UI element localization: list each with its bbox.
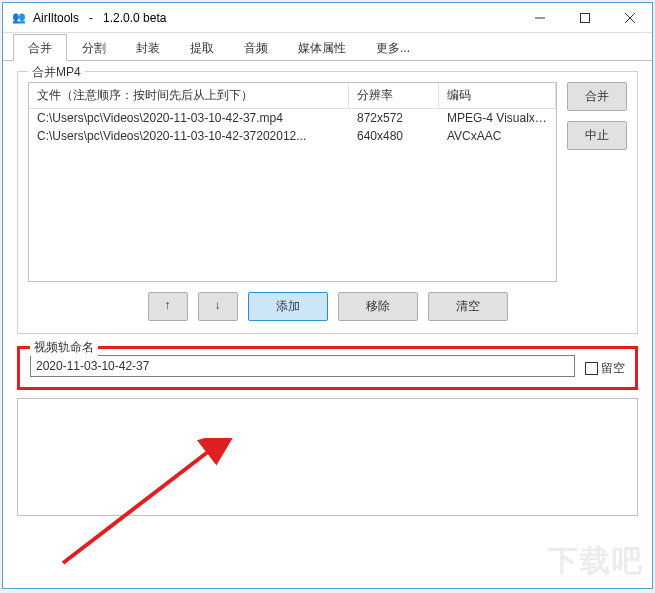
stop-button[interactable]: 中止 <box>567 121 627 150</box>
group-merge-mp4: 合并MP4 文件（注意顺序：按时间先后从上到下） 分辨率 编码 C:\Users… <box>17 71 638 334</box>
app-name: AirIltools <box>33 11 79 25</box>
col-header-resolution[interactable]: 分辨率 <box>349 83 439 108</box>
watermark: 下载吧 <box>548 541 644 582</box>
titlebar: 👥 AirIltools - 1.2.0.0 beta <box>3 3 652 33</box>
cell-file: C:\Users\pc\Videos\2020-11-03-10-42-37.m… <box>29 109 349 127</box>
svg-rect-1 <box>580 13 589 22</box>
add-button[interactable]: 添加 <box>248 292 328 321</box>
maximize-button[interactable] <box>562 3 607 32</box>
leave-blank-label: 留空 <box>601 360 625 377</box>
group-video-track-name: 视频轨命名 留空 <box>17 346 638 390</box>
close-button[interactable] <box>607 3 652 32</box>
window-controls <box>517 3 652 32</box>
tab-split[interactable]: 分割 <box>67 34 121 61</box>
file-table[interactable]: 文件（注意顺序：按时间先后从上到下） 分辨率 编码 C:\Users\pc\Vi… <box>28 82 557 282</box>
tab-more[interactable]: 更多... <box>361 34 425 61</box>
log-output-box[interactable] <box>17 398 638 516</box>
move-up-button[interactable]: ↑ <box>148 292 188 321</box>
table-header: 文件（注意顺序：按时间先后从上到下） 分辨率 编码 <box>29 83 556 109</box>
move-down-button[interactable]: ↓ <box>198 292 238 321</box>
table-row[interactable]: C:\Users\pc\Videos\2020-11-03-10-42-37.m… <box>29 109 556 127</box>
app-version: 1.2.0.0 beta <box>103 11 166 25</box>
app-icon: 👥 <box>11 10 27 26</box>
content-area: 合并MP4 文件（注意顺序：按时间先后从上到下） 分辨率 编码 C:\Users… <box>3 61 652 394</box>
remove-button[interactable]: 移除 <box>338 292 418 321</box>
tab-extract[interactable]: 提取 <box>175 34 229 61</box>
clear-button[interactable]: 清空 <box>428 292 508 321</box>
tab-merge[interactable]: 合并 <box>13 34 67 61</box>
group-merge-mp4-title: 合并MP4 <box>28 64 85 81</box>
cell-codec: MPEG-4 VisualxA... <box>439 109 556 127</box>
leave-blank-checkbox[interactable] <box>585 362 598 375</box>
leave-blank-checkbox-wrap[interactable]: 留空 <box>585 360 625 377</box>
col-header-file[interactable]: 文件（注意顺序：按时间先后从上到下） <box>29 83 349 108</box>
version-sep: - <box>89 11 93 25</box>
row-buttons: ↑ ↓ 添加 移除 清空 <box>28 292 627 321</box>
col-header-codec[interactable]: 编码 <box>439 83 556 108</box>
tab-media-props[interactable]: 媒体属性 <box>283 34 361 61</box>
cell-resolution: 872x572 <box>349 109 439 127</box>
cell-resolution: 640x480 <box>349 127 439 145</box>
table-body: C:\Users\pc\Videos\2020-11-03-10-42-37.m… <box>29 109 556 145</box>
table-area: 文件（注意顺序：按时间先后从上到下） 分辨率 编码 C:\Users\pc\Vi… <box>28 82 627 282</box>
tab-audio[interactable]: 音频 <box>229 34 283 61</box>
side-buttons: 合并 中止 <box>567 82 627 282</box>
cell-file: C:\Users\pc\Videos\2020-11-03-10-42-3720… <box>29 127 349 145</box>
tabstrip: 合并 分割 封装 提取 音频 媒体属性 更多... <box>3 33 652 61</box>
minimize-button[interactable] <box>517 3 562 32</box>
track-name-input[interactable] <box>30 355 575 377</box>
cell-codec: AVCxAAC <box>439 127 556 145</box>
tab-package[interactable]: 封装 <box>121 34 175 61</box>
app-window: 👥 AirIltools - 1.2.0.0 beta 合并 分割 封装 提取 … <box>2 2 653 589</box>
window-title: AirIltools - 1.2.0.0 beta <box>33 11 517 25</box>
group-video-track-name-title: 视频轨命名 <box>30 339 98 356</box>
merge-button[interactable]: 合并 <box>567 82 627 111</box>
table-row[interactable]: C:\Users\pc\Videos\2020-11-03-10-42-3720… <box>29 127 556 145</box>
